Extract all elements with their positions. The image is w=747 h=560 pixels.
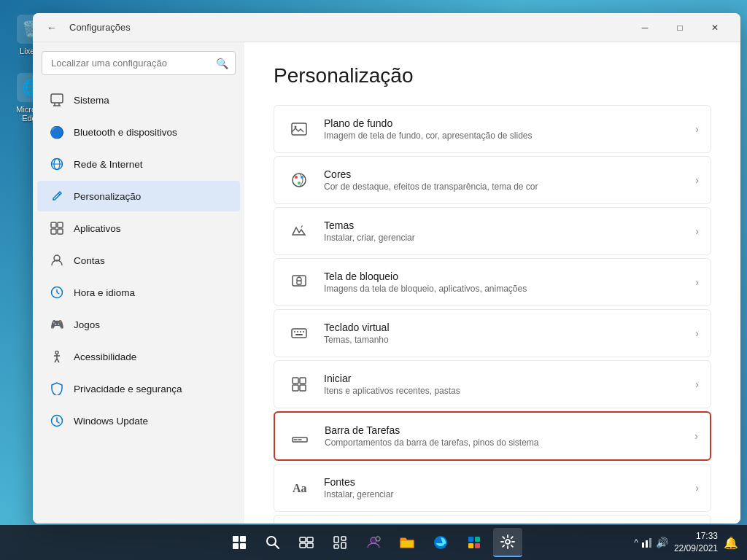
item-icon-barra-tarefas: [287, 423, 313, 449]
svg-rect-40: [293, 378, 298, 384]
title-bar: ← Configurações ─ □ ✕: [33, 13, 740, 42]
sidebar-item-privacidade[interactable]: Privacidade e segurança: [37, 373, 240, 404]
svg-rect-58: [300, 543, 306, 548]
svg-point-27: [295, 126, 297, 128]
maximize-button[interactable]: □: [663, 16, 697, 39]
item-desc-teclado: Temas, tamanho: [324, 335, 695, 345]
item-title-cores: Cores: [324, 168, 695, 180]
svg-point-72: [506, 540, 510, 544]
settings-item-uso-dispositivo[interactable]: Uso do dispositivo Select all as maneira…: [274, 515, 711, 524]
system-tray: ^ 🔊: [634, 537, 668, 548]
page-title: Personalização: [274, 64, 711, 88]
notification-icon[interactable]: 🔔: [724, 536, 738, 550]
item-text-tela-bloqueio: Tela de bloqueio Imagens da tela de bloq…: [324, 271, 695, 294]
chevron-tela-bloqueio: ›: [695, 276, 699, 288]
sidebar-icon-windows-update: [49, 413, 65, 429]
sidebar-item-aplicativos[interactable]: Aplicativos: [37, 213, 240, 244]
speaker-icon[interactable]: 🔊: [656, 537, 668, 548]
settings-item-tela-bloqueio[interactable]: Tela de bloqueio Imagens da tela de bloq…: [274, 258, 711, 306]
item-text-fundo: Plano de fundo Imagem de tela de fundo, …: [324, 117, 695, 141]
settings-list: Plano de fundo Imagem de tela de fundo, …: [274, 105, 711, 524]
taskbar-edge-button[interactable]: [426, 528, 455, 557]
sidebar-item-hora[interactable]: Hora e idioma: [37, 277, 240, 308]
svg-rect-73: [642, 542, 644, 548]
item-text-barra-tarefas: Barra de Tarefas Comportamentos da barra…: [325, 424, 694, 448]
item-text-teclado: Teclado virtual Temas, tamanho: [324, 322, 695, 345]
taskbar-search-button[interactable]: [258, 528, 287, 557]
back-button[interactable]: ←: [42, 18, 62, 38]
svg-line-55: [275, 545, 279, 549]
taskbar-widgets-button[interactable]: [325, 528, 355, 557]
settings-item-fundo[interactable]: Plano de fundo Imagem de tela de fundo, …: [274, 105, 711, 153]
svg-rect-12: [51, 222, 56, 228]
item-icon-cores: [286, 167, 312, 193]
chevron-fundo: ›: [695, 123, 699, 135]
sidebar-label-contas: Contas: [74, 255, 105, 266]
sidebar-item-bluetooth[interactable]: 🔵 Bluetooth e dispositivos: [37, 117, 240, 147]
sidebar-icon-privacidade: [49, 381, 65, 397]
svg-rect-33: [297, 281, 301, 284]
svg-rect-71: [475, 543, 480, 548]
search-input[interactable]: [42, 51, 236, 75]
taskbar-teams-button[interactable]: [359, 528, 388, 557]
svg-rect-15: [58, 229, 63, 234]
svg-rect-70: [468, 543, 473, 548]
chevron-iniciar: ›: [695, 378, 699, 390]
tray-chevron-icon[interactable]: ^: [634, 537, 638, 548]
taskbar-right: ^ 🔊 17:33 22/09/2021 🔔: [634, 530, 738, 555]
taskbar-store-button[interactable]: [460, 528, 489, 557]
settings-item-cores[interactable]: Cores Cor de destaque, efeitos de transp…: [274, 156, 711, 204]
item-desc-fundo: Imagem de tela de fundo, cor, apresentaç…: [324, 131, 695, 141]
settings-item-teclado[interactable]: Teclado virtual Temas, tamanho ›: [274, 309, 711, 357]
sidebar-item-jogos[interactable]: 🎮 Jogos: [37, 309, 240, 340]
svg-rect-61: [341, 537, 346, 540]
sidebar-item-sistema[interactable]: Sistema: [37, 85, 240, 115]
sidebar-label-windows-update: Windows Update: [74, 416, 148, 427]
svg-point-29: [295, 176, 298, 179]
svg-rect-62: [334, 545, 338, 548]
taskbar-start-button[interactable]: [225, 528, 254, 557]
minimize-button[interactable]: ─: [628, 16, 662, 39]
time-display: 17:33: [674, 530, 718, 542]
taskbar-taskview-button[interactable]: [292, 528, 321, 557]
chevron-barra-tarefas: ›: [694, 430, 698, 442]
taskbar-explorer-button[interactable]: [392, 528, 422, 557]
svg-rect-52: [233, 543, 239, 549]
item-desc-temas: Instalar, criar, gerenciar: [324, 233, 695, 243]
settings-item-barra-tarefas[interactable]: Barra de Tarefas Comportamentos da barra…: [274, 411, 711, 461]
sidebar-label-personalizacao: Personalização: [74, 191, 141, 202]
sidebar-item-windows-update[interactable]: Windows Update: [37, 405, 240, 436]
sidebar-icon-bluetooth: 🔵: [49, 124, 65, 140]
svg-rect-69: [475, 537, 480, 542]
sidebar-item-rede[interactable]: Rede & Internet: [37, 149, 240, 179]
chevron-fontes: ›: [695, 482, 699, 494]
settings-item-fontes[interactable]: Aa Fontes Instalar, gerenciar ›: [274, 464, 711, 512]
settings-item-temas[interactable]: Temas Instalar, criar, gerenciar ›: [274, 207, 711, 255]
item-icon-tela-bloqueio: [286, 269, 312, 295]
svg-rect-51: [240, 536, 246, 542]
taskbar-settings-button[interactable]: [493, 528, 522, 557]
sidebar-icon-contas: [49, 252, 65, 268]
sidebar-icon-aplicativos: [49, 220, 65, 236]
item-text-cores: Cores Cor de destaque, efeitos de transp…: [324, 168, 695, 192]
svg-rect-68: [468, 537, 473, 542]
item-icon-temas: [286, 218, 312, 244]
close-button[interactable]: ✕: [698, 16, 732, 39]
svg-rect-13: [58, 222, 63, 228]
sidebar-item-acessibilidade[interactable]: Acessibilidade: [37, 341, 240, 372]
item-text-iniciar: Iniciar Itens e aplicativos recentes, pa…: [324, 373, 695, 396]
chevron-teclado: ›: [695, 327, 699, 339]
item-title-temas: Temas: [324, 219, 695, 231]
item-desc-fontes: Instalar, gerenciar: [324, 489, 695, 499]
svg-rect-60: [334, 537, 338, 542]
svg-rect-4: [51, 94, 63, 103]
settings-item-iniciar[interactable]: Iniciar Itens e aplicativos recentes, pa…: [274, 360, 711, 408]
chevron-cores: ›: [695, 174, 699, 186]
svg-rect-50: [233, 536, 239, 542]
sidebar-label-privacidade: Privacidade e segurança: [74, 384, 182, 394]
sidebar-item-personalizacao[interactable]: Personalização: [37, 181, 240, 211]
clock-display[interactable]: 17:33 22/09/2021: [674, 530, 718, 555]
sidebar-label-sistema: Sistema: [74, 95, 109, 106]
sidebar-item-contas[interactable]: Contas: [37, 245, 240, 276]
svg-rect-56: [300, 537, 306, 542]
